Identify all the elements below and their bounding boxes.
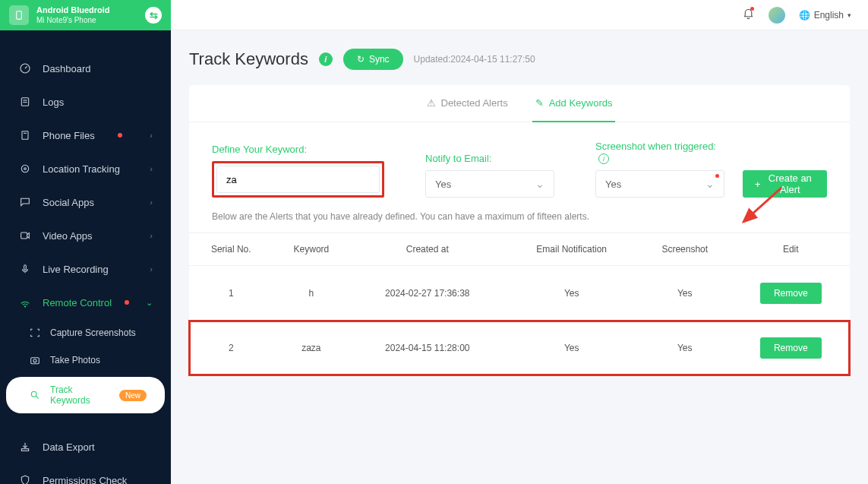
info-icon[interactable]: i <box>319 52 333 66</box>
sidebar-sub-keywords[interactable]: Track Keywords New <box>6 377 165 413</box>
remote-icon <box>18 296 32 309</box>
svg-rect-11 <box>24 265 27 270</box>
sidebar-item-dashboard[interactable]: Dashboard <box>0 52 171 85</box>
svg-rect-6 <box>22 131 28 140</box>
sidebar-item-label: Location Tracking <box>43 163 120 175</box>
svg-point-8 <box>21 165 28 172</box>
th-email: Email Notification <box>505 233 638 266</box>
keyword-icon <box>29 389 41 401</box>
files-icon <box>18 128 32 142</box>
page-title: Track Keywords <box>189 49 308 69</box>
globe-icon: 🌐 <box>799 10 810 21</box>
chevron-down-icon: ▾ <box>847 11 851 19</box>
cell-edit: Remove <box>731 266 850 321</box>
svg-point-13 <box>24 306 25 307</box>
th-serial: Serial No. <box>189 233 273 266</box>
main-content: Track Keywords i ↻ Sync Updated:2024-04-… <box>171 30 868 484</box>
device-info: Android Bluedroid Mi Note9's Phone <box>36 5 145 24</box>
tab-add-keywords[interactable]: ✎ Add Keywords <box>532 85 616 122</box>
screenshot-value: Yes <box>605 179 621 190</box>
sidebar-item-label: Take Photos <box>50 355 100 365</box>
sidebar-item-label: Logs <box>43 96 64 108</box>
card: ⚠ Detected Alerts ✎ Add Keywords Define … <box>189 85 850 375</box>
sidebar-item-social[interactable]: Social Apps › <box>0 185 171 219</box>
sidebar: Android Bluedroid Mi Note9's Phone ⇆ Das… <box>0 0 171 484</box>
device-header[interactable]: Android Bluedroid Mi Note9's Phone ⇆ <box>0 0 171 30</box>
sidebar-item-label: Video Apps <box>43 230 93 242</box>
svg-rect-3 <box>21 98 28 106</box>
mic-icon <box>18 262 32 276</box>
page-header: Track Keywords i ↻ Sync Updated:2024-04-… <box>189 49 850 70</box>
sidebar-item-label: Phone Files <box>43 130 95 141</box>
video-icon <box>18 229 32 242</box>
cell-created: 2024-04-15 11:28:00 <box>349 321 505 375</box>
create-alert-button[interactable]: + Create an Alert <box>743 170 827 198</box>
nav: Dashboard Logs Phone Files › Location Tr… <box>0 30 171 484</box>
tab-label: Detected Alerts <box>441 97 508 109</box>
chevron-down-icon: ⌄ <box>146 298 153 308</box>
keyword-group: Define Your Keyword: <box>212 144 384 198</box>
th-edit: Edit <box>731 233 850 266</box>
sidebar-item-recording[interactable]: Live Recording › <box>0 252 171 286</box>
chevron-right-icon: › <box>150 198 153 207</box>
sidebar-sub-photos[interactable]: Take Photos <box>0 346 171 374</box>
cell-serial: 2 <box>189 321 273 375</box>
device-brand: Android Bluedroid <box>36 5 145 15</box>
chevron-right-icon: › <box>150 131 153 140</box>
export-icon <box>18 440 32 454</box>
keyword-input[interactable] <box>216 166 380 193</box>
plus-icon: + <box>755 179 761 190</box>
sidebar-item-video[interactable]: Video Apps › <box>0 219 171 252</box>
cell-email: Yes <box>505 321 638 375</box>
notifications-button[interactable] <box>742 7 755 23</box>
avatar[interactable] <box>769 7 785 24</box>
th-screenshot: Screenshot <box>638 233 731 266</box>
sidebar-sub-capture[interactable]: Capture Screenshots <box>0 319 171 346</box>
tabs: ⚠ Detected Alerts ✎ Add Keywords <box>189 85 850 122</box>
sidebar-item-location[interactable]: Location Tracking › <box>0 152 171 185</box>
gauge-icon <box>18 62 32 75</box>
edit-icon: ✎ <box>535 97 544 109</box>
chat-icon <box>18 195 32 209</box>
info-icon[interactable]: i <box>598 153 609 164</box>
screenshot-select[interactable]: Yes <box>595 170 724 198</box>
tab-detected[interactable]: ⚠ Detected Alerts <box>424 85 511 122</box>
keyword-highlight <box>212 161 384 198</box>
cell-edit: Remove <box>731 321 850 375</box>
sidebar-item-permissions[interactable]: Permissions Check <box>0 463 171 484</box>
remove-button[interactable]: Remove <box>760 283 822 304</box>
camera-icon <box>29 354 41 366</box>
notify-select[interactable]: Yes <box>425 170 554 198</box>
table-header-row: Serial No. Keyword Created at Email Noti… <box>189 233 850 266</box>
notify-label: Notify to Email: <box>425 153 554 164</box>
sidebar-item-phone-files[interactable]: Phone Files › <box>0 119 171 152</box>
chevron-right-icon: › <box>150 264 153 274</box>
sidebar-item-label: Live Recording <box>43 264 109 275</box>
svg-point-15 <box>33 359 36 362</box>
refresh-icon: ↻ <box>357 54 365 65</box>
language-label: English <box>814 10 844 21</box>
language-selector[interactable]: 🌐 English ▾ <box>799 10 851 21</box>
notify-value: Yes <box>435 179 451 190</box>
cell-screenshot: Yes <box>638 266 731 321</box>
topbar: 🌐 English ▾ <box>171 0 868 30</box>
sync-button[interactable]: ↻ Sync <box>343 49 403 70</box>
hint-text: Below are the Alerts that you have alrea… <box>189 211 850 233</box>
sidebar-item-logs[interactable]: Logs <box>0 85 171 119</box>
chevron-right-icon: › <box>150 231 153 240</box>
sidebar-item-label: Data Export <box>43 441 95 453</box>
sidebar-item-label: Capture Screenshots <box>50 327 136 338</box>
cell-email: Yes <box>505 266 638 321</box>
swap-device-icon[interactable]: ⇆ <box>145 7 162 24</box>
svg-rect-18 <box>21 449 28 451</box>
table-row: 1 h 2024-02-27 17:36:38 Yes Yes Remove <box>189 266 850 321</box>
sidebar-item-label: Social Apps <box>43 197 94 208</box>
notification-dot-icon <box>125 300 129 305</box>
updated-timestamp: Updated:2024-04-15 11:27:50 <box>414 54 535 65</box>
remove-button[interactable]: Remove <box>760 337 822 359</box>
sidebar-item-remote[interactable]: Remote Control ⌄ <box>0 286 171 319</box>
location-icon <box>18 162 32 176</box>
logs-icon <box>18 95 32 109</box>
svg-rect-0 <box>17 11 22 20</box>
sidebar-item-export[interactable]: Data Export <box>0 430 171 463</box>
